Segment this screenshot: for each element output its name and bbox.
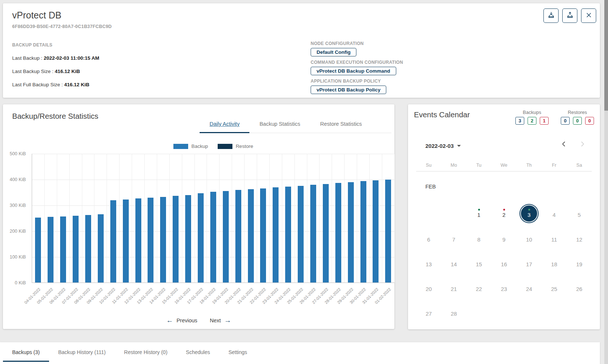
chart-bar-slot <box>295 154 307 282</box>
calendar-day-28[interactable]: 28 <box>441 300 466 325</box>
counter-group-backups: Backups321 <box>515 110 549 125</box>
chart-bar-slot <box>182 154 195 282</box>
calendar-day-12[interactable]: 12 <box>567 226 592 250</box>
calendar-day-23[interactable]: 23 <box>491 275 517 300</box>
chart-bar-slot <box>107 154 120 282</box>
legend-label: Restore <box>236 143 253 149</box>
close-button[interactable] <box>581 8 596 23</box>
counter-label: Restores <box>561 110 594 115</box>
calendar-day-9[interactable]: 9 <box>491 226 517 250</box>
calendar-day-4[interactable]: 4 <box>542 201 567 226</box>
date-selector[interactable]: 2022-02-03 <box>425 143 461 149</box>
count-badge: 0 <box>561 117 570 125</box>
vertical-scrollbar[interactable] <box>604 0 608 364</box>
calendar-day-1[interactable]: 1 <box>466 201 491 226</box>
restore-button[interactable] <box>562 8 577 23</box>
calendar-day-13[interactable]: 13 <box>416 250 441 275</box>
backup-bar <box>48 217 53 282</box>
month-label: FEB <box>425 184 436 190</box>
config-heading: APPLICATION BACKUP POLICY <box>311 79 403 84</box>
calendar-day-26[interactable]: 26 <box>567 275 592 300</box>
config-button-default-config[interactable]: Default Config <box>311 48 356 56</box>
calendar-day-20[interactable]: 20 <box>416 275 441 300</box>
event-counters: Backups321Restores000 <box>515 110 594 125</box>
calendar-day-18[interactable]: 18 <box>542 250 567 275</box>
backup-bar <box>210 192 216 282</box>
chevron-down-icon <box>457 145 461 147</box>
chart-pager: ← Previous Next → <box>3 317 394 324</box>
calendar-day-19[interactable]: 19 <box>567 250 592 275</box>
tab-settings[interactable]: Settings <box>219 342 256 362</box>
calendar-day-22[interactable]: 22 <box>466 275 491 300</box>
backup-bar <box>98 214 104 282</box>
backup-bar <box>298 186 304 282</box>
tab-restore-history-0[interactable]: Restore History (0) <box>115 342 176 362</box>
day-header-sa: Sa <box>567 163 592 168</box>
legend-item-restore[interactable]: Restore <box>218 143 253 149</box>
events-calendar-title: Events Calendar <box>414 110 470 119</box>
calendar-prev-button[interactable] <box>560 140 568 149</box>
tab-backups-3[interactable]: Backups (3) <box>3 342 49 362</box>
backup-detail-row: Last Backup : 2022-02-03 11:00:15 AM <box>12 55 99 61</box>
calendar-day-7[interactable]: 7 <box>441 226 466 250</box>
day-number: 2 <box>502 212 505 218</box>
calendar-day-21[interactable]: 21 <box>441 275 466 300</box>
previous-button[interactable]: ← Previous <box>166 317 197 324</box>
day-header-tu: Tu <box>466 163 491 168</box>
detail-label: Last Backup : <box>12 55 44 61</box>
calendar-day-11[interactable]: 11 <box>542 226 567 250</box>
calendar-day-6[interactable]: 6 <box>416 226 441 250</box>
calendar-day-16[interactable]: 16 <box>491 250 517 275</box>
day-number: 15 <box>476 261 482 267</box>
calendar-day-25[interactable]: 25 <box>542 275 567 300</box>
day-number: 11 <box>551 236 557 243</box>
calendar-day-empty <box>466 300 491 325</box>
event-dot <box>503 209 505 211</box>
calendar-day-15[interactable]: 15 <box>466 250 491 275</box>
backup-bar <box>60 216 66 282</box>
legend-item-backup[interactable]: Backup <box>173 143 208 149</box>
calendar-day-8[interactable]: 8 <box>466 226 491 250</box>
day-header-su: Su <box>416 163 441 168</box>
calendar-day-10[interactable]: 10 <box>517 226 542 250</box>
day-number: 18 <box>551 261 557 267</box>
calendar-day-27[interactable]: 27 <box>416 300 441 325</box>
calendar-day-17[interactable]: 17 <box>517 250 542 275</box>
x-axis-labels: 04-01-202205-01-202206-01-202207-01-2022… <box>32 284 395 307</box>
chevron-right-icon <box>579 143 586 149</box>
y-tick-label: 500 KiB <box>10 151 26 156</box>
backup-bar <box>360 181 366 282</box>
tab-daily-activity[interactable]: Daily Activity <box>200 115 249 133</box>
calendar-day-3[interactable]: 3 <box>517 201 542 226</box>
backup-button[interactable] <box>543 8 559 23</box>
config-button-vprotect-db-backup-policy[interactable]: vProtect DB Backup Policy <box>311 86 386 94</box>
tab-backup-history-111[interactable]: Backup History (111) <box>49 342 115 362</box>
chart-bar-slot <box>145 154 157 282</box>
day-number: 4 <box>553 212 556 218</box>
calendar-day-24[interactable]: 24 <box>517 275 542 300</box>
tab-restore-statistics[interactable]: Restore Statistics <box>310 115 372 133</box>
chart-bar-slot <box>70 154 82 282</box>
calendar-next-button[interactable] <box>578 140 587 149</box>
event-dot <box>478 209 480 211</box>
counter-badges: 000 <box>561 117 594 125</box>
tab-schedules[interactable]: Schedules <box>177 342 219 362</box>
backup-bar <box>260 188 266 282</box>
y-tick-label: 0 KiB <box>15 280 26 285</box>
tab-backup-statistics[interactable]: Backup Statistics <box>249 115 310 133</box>
day-number: 21 <box>451 286 457 292</box>
chart-bar-slot <box>332 154 345 282</box>
config-button-vprotect-db-backup-command[interactable]: vProtect DB Backup Command <box>311 67 396 75</box>
counter-group-restores: Restores000 <box>561 110 594 125</box>
calendar-day-2[interactable]: 2 <box>491 201 517 226</box>
calendar-day-14[interactable]: 14 <box>441 250 466 275</box>
chart-bar-slot <box>282 154 295 282</box>
day-number: 28 <box>451 311 457 317</box>
scrollbar-thumb[interactable] <box>604 0 608 111</box>
backup-bar <box>385 180 391 282</box>
calendar-day-5[interactable]: 5 <box>567 201 592 226</box>
count-badge: 1 <box>540 117 549 125</box>
day-number: 3 <box>528 212 531 218</box>
next-button[interactable]: Next → <box>210 317 231 324</box>
chart-bar-slot <box>370 154 382 282</box>
